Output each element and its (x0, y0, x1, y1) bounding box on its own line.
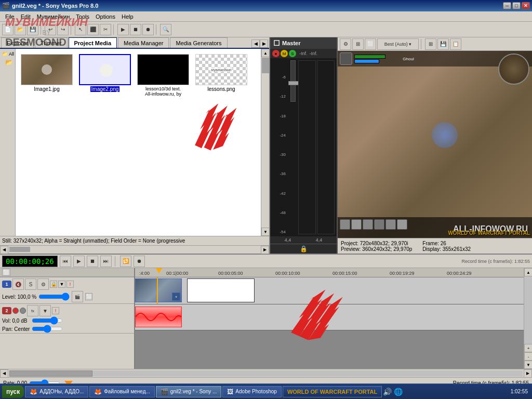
track1-level-slider[interactable] (38, 294, 70, 300)
lock-icon[interactable]: 🔒 (300, 245, 308, 252)
h-scroll-left[interactable]: ◀ (0, 246, 8, 254)
tl-scroll-plus[interactable]: + (524, 344, 532, 352)
menu-file[interactable]: File (2, 12, 18, 21)
track-expand-all[interactable]: ⬜ (2, 269, 10, 276)
tl-scroll-minus[interactable]: - (524, 352, 532, 361)
stop-btn[interactable]: ⏹ (130, 24, 141, 35)
tl-hscroll-left[interactable]: ◀ (0, 369, 8, 378)
menu-edit[interactable]: Edit (18, 12, 34, 21)
tl-hscroll-right[interactable]: ▶ (524, 369, 532, 378)
tl-prev-frame[interactable]: ⏮ (60, 256, 71, 267)
tl-scroll-up[interactable]: ▲ (524, 268, 532, 276)
open-btn[interactable]: 📂 (15, 24, 26, 35)
taskbar-app-1[interactable]: 🦊 АДДОНы, АДДО... (25, 386, 88, 397)
tab-scroll-right[interactable]: ▶ (260, 39, 268, 48)
taskbar-app-3[interactable]: 🎬 gnil2.veg * - Sony ... (156, 386, 222, 397)
audio-track-row[interactable] (135, 304, 524, 330)
zoom-btn[interactable]: 🔍 (160, 24, 171, 35)
vu-fader-thumb (288, 81, 299, 85)
track2-vol-slider[interactable] (32, 317, 63, 324)
cursor-btn[interactable]: ↖ (75, 24, 86, 35)
taskbar-app-4[interactable]: 🖼 Adobe Photoshop (222, 386, 282, 397)
split-btn[interactable]: ✂ (100, 24, 111, 35)
tab-media-generators[interactable]: Media Generators (170, 37, 227, 48)
play-btn[interactable]: ▶ (117, 24, 129, 35)
audio-clip-1[interactable] (135, 307, 182, 327)
track2-mute[interactable] (20, 308, 26, 314)
preview-settings[interactable]: ⚙ (340, 38, 351, 50)
track2-fx[interactable]: fx (27, 305, 38, 316)
taskbar-app-2[interactable]: 🦊 Файловый менед... (89, 386, 155, 397)
h-scroll-track[interactable] (9, 247, 260, 253)
start-button[interactable]: пуск (2, 385, 24, 398)
menu-help[interactable]: Help (118, 12, 137, 21)
record-btn[interactable]: ⏺ (142, 24, 154, 35)
tl-record[interactable]: ⏺ (134, 256, 145, 267)
tl-next-frame[interactable]: ⏭ (100, 256, 112, 267)
video-clip[interactable]: + (135, 278, 182, 302)
track1-lock[interactable]: 🔒 (50, 281, 57, 288)
preview-fullscreen[interactable]: ⬜ (365, 38, 376, 50)
tab-project-media[interactable]: Project Media (69, 37, 117, 48)
mixer-solo[interactable]: S (289, 50, 296, 57)
tl-hscroll-thumb[interactable] (9, 370, 92, 377)
media-item-1[interactable]: Image1.jpg (20, 53, 74, 98)
tab-scroll-left[interactable]: ◀ (251, 39, 260, 48)
tl-scroll-track[interactable] (524, 276, 532, 344)
menu-options[interactable]: Options (92, 12, 118, 21)
undo-btn[interactable]: ↩ (45, 24, 56, 35)
video-track-row[interactable]: + (135, 277, 524, 304)
track1-warn[interactable]: ! (66, 281, 74, 288)
minimize-button[interactable]: ─ (503, 2, 511, 9)
save-btn[interactable]: 💾 (27, 24, 38, 35)
preview-copy[interactable]: 📋 (450, 38, 461, 50)
track2-record[interactable] (12, 308, 19, 314)
tl-stop[interactable]: ⏹ (87, 256, 98, 267)
track2-warn[interactable]: ! (52, 307, 59, 314)
preview-save[interactable]: 💾 (437, 38, 449, 50)
track2-expand[interactable]: ▼ (39, 305, 51, 316)
scroll-track[interactable] (261, 57, 269, 228)
vu-fader[interactable] (290, 60, 296, 102)
media-item-3[interactable]: lesson10/3d text.All-infowow.ru, by (136, 53, 190, 98)
track1-expand2[interactable]: ⬜ (85, 293, 92, 300)
menu-tools[interactable]: Tools (73, 12, 92, 21)
tl-loop[interactable]: 🔁 (120, 256, 131, 267)
track1-solo[interactable]: S (25, 278, 36, 290)
preview-grid[interactable]: ⊞ (425, 38, 436, 50)
clip-add-btn[interactable]: + (172, 292, 180, 301)
track2-pan-slider[interactable] (32, 326, 63, 332)
media-item-2[interactable]: Image2.png (78, 53, 132, 98)
tab-trimmer[interactable]: Trimmer (35, 37, 68, 48)
maximize-button[interactable]: □ (512, 2, 521, 9)
track-area[interactable]: :4:00 00:1|00:00 00:00:05:00 00:00:10:00… (135, 268, 524, 369)
close-button[interactable]: ✕ (522, 2, 530, 9)
scroll-thumb[interactable] (262, 58, 269, 73)
preview-split[interactable]: ⊞ (352, 38, 364, 50)
redo-btn[interactable]: ↪ (57, 24, 69, 35)
taskbar-wow[interactable]: WORLD OF WARCRAFT PORTAL (283, 386, 382, 397)
tl-hscroll-track[interactable] (9, 370, 523, 377)
tab-explorer[interactable]: Explorer (1, 37, 34, 48)
new-btn[interactable]: 📄 (2, 24, 14, 35)
mixer-record[interactable]: ● (272, 50, 280, 57)
track1-expand[interactable]: ▼ (58, 281, 65, 288)
empty-clip[interactable] (187, 278, 255, 302)
tl-play[interactable]: ▶ (73, 256, 85, 267)
tree-media-bins[interactable]: 📂 (1, 58, 14, 66)
track1-comp[interactable]: 🎬 (72, 291, 83, 302)
scroll-up[interactable]: ▲ (261, 49, 269, 57)
select-btn[interactable]: ⬛ (87, 24, 99, 35)
scroll-down[interactable]: ▼ (261, 228, 269, 236)
tab-media-manager[interactable]: Media Manager (118, 37, 169, 48)
preview-quality-dropdown[interactable]: Best (Auto) ▾ (377, 38, 419, 50)
tree-all-media[interactable]: 📁 All Media (1, 51, 14, 57)
track1-fx[interactable]: ⚙ (37, 278, 49, 290)
h-scroll-right[interactable]: ▶ (261, 246, 269, 254)
h-scroll-thumb[interactable] (9, 247, 30, 252)
mixer-mute[interactable]: M (281, 50, 288, 57)
menu-view[interactable]: Мувимейкин (34, 12, 73, 21)
track1-mute[interactable]: 🔇 (12, 278, 24, 290)
tl-scroll-down[interactable]: ▼ (524, 361, 532, 369)
media-item-4[interactable]: мувимейкин lessons.png (194, 53, 248, 98)
